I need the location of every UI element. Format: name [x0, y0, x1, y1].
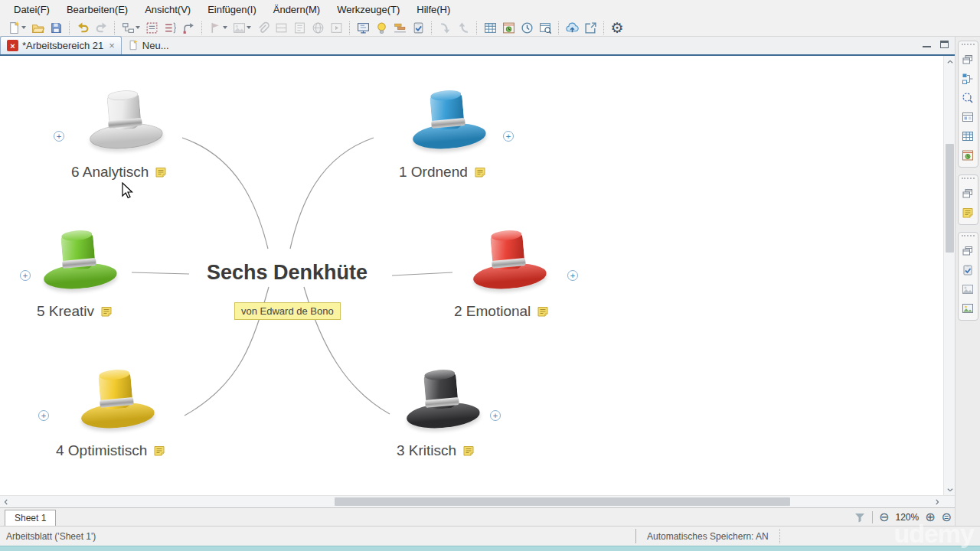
insert-topic-dropdown-icon[interactable]	[136, 26, 140, 29]
chart-view-icon[interactable]	[961, 148, 975, 162]
scroll-left-icon[interactable]	[0, 496, 12, 507]
topic-optimistisch[interactable]: 4 Optimistisch	[56, 442, 165, 459]
note-icon[interactable]	[462, 445, 475, 457]
tab-arbeitsbereich[interactable]: × *Arbeitsbereich 21 ×	[0, 36, 122, 54]
idea-bulb-button[interactable]	[372, 20, 390, 36]
hat-icon-kritisch[interactable]	[403, 367, 481, 431]
structure-diagram-icon[interactable]	[961, 72, 975, 86]
menu-aendern[interactable]: Ändern(M)	[266, 2, 328, 18]
expand-plus-icon[interactable]	[503, 131, 514, 142]
task-info-button[interactable]	[409, 20, 427, 36]
insert-topic-button[interactable]	[119, 20, 137, 36]
insert-outline-button[interactable]	[142, 20, 161, 36]
presentation-button[interactable]	[354, 20, 372, 36]
tab-label[interactable]: *Arbeitsbereich 21	[22, 40, 103, 51]
tab-label[interactable]: Neu...	[142, 40, 169, 51]
redo-button[interactable]	[92, 20, 110, 36]
sheet-tab[interactable]: Sheet 1	[5, 510, 56, 526]
scroll-down-icon[interactable]	[944, 484, 955, 495]
mindmap-canvas[interactable]: Sechs Denkhüte von Edward de Bono 6 Anal…	[0, 56, 955, 495]
split-layout-button[interactable]	[272, 20, 290, 36]
tab-neu[interactable]: Neu...	[122, 36, 175, 54]
note-icon[interactable]	[153, 445, 165, 457]
topic-analytisch[interactable]: 6 Analytisch	[71, 164, 167, 181]
relationship-button[interactable]	[179, 20, 198, 36]
attachment-button[interactable]	[253, 20, 272, 36]
table-view-icon[interactable]	[961, 129, 975, 143]
minimize-icon[interactable]	[923, 41, 931, 47]
tab-close-icon[interactable]: ×	[109, 40, 115, 51]
menu-ansicht[interactable]: Ansicht(V)	[137, 2, 198, 18]
topic-label[interactable]: 6 Analytisch	[71, 164, 149, 181]
hat-icon-ordnend[interactable]	[409, 87, 487, 152]
topic-ordnend[interactable]: 1 Ordnend	[399, 164, 486, 181]
panel-drag-handle[interactable]	[962, 178, 975, 181]
horizontal-scrollbar[interactable]	[0, 495, 955, 507]
scroll-up-icon[interactable]	[944, 56, 955, 67]
topic-kritisch[interactable]: 3 Kritisch	[397, 442, 475, 459]
gantt-chart-button[interactable]	[390, 20, 409, 36]
notes-view-icon[interactable]	[961, 206, 975, 220]
topic-label[interactable]: 5 Kreativ	[37, 303, 94, 320]
topic-label[interactable]: 2 Emotional	[454, 303, 531, 320]
new-document-dropdown-icon[interactable]	[21, 26, 26, 29]
zoom-out-button[interactable]: ⊖	[879, 511, 889, 523]
zoom-select-icon[interactable]	[961, 91, 975, 105]
open-folder-button[interactable]	[28, 20, 47, 36]
settings-gear-icon[interactable]: ⚙	[608, 20, 626, 36]
vertical-scrollbar[interactable]	[943, 56, 955, 495]
task-info-icon[interactable]	[961, 263, 975, 277]
insert-notes-button[interactable]	[290, 20, 309, 36]
expand-plus-icon[interactable]	[20, 270, 31, 281]
expand-plus-icon[interactable]	[54, 131, 64, 142]
vertical-scrollbar-thumb[interactable]	[946, 144, 954, 253]
note-icon[interactable]	[155, 166, 167, 178]
new-document-button[interactable]	[5, 20, 23, 36]
picture-view-icon[interactable]	[961, 302, 975, 315]
save-button[interactable]	[47, 20, 65, 36]
panel-drag-handle[interactable]	[962, 235, 975, 238]
topic-kreativ[interactable]: 5 Kreativ	[37, 303, 113, 320]
timer-button[interactable]	[518, 20, 536, 36]
menu-hilfe[interactable]: Hilfe(H)	[409, 2, 458, 18]
note-icon[interactable]	[100, 305, 113, 318]
expand-plus-icon[interactable]	[38, 410, 49, 421]
topic-label[interactable]: 3 Kritisch	[397, 442, 456, 459]
hat-icon-analytisch[interactable]	[86, 87, 164, 152]
hat-icon-optimistisch[interactable]	[77, 367, 155, 431]
numbered-list-button[interactable]	[161, 20, 179, 36]
menu-datei[interactable]: Datei(F)	[6, 2, 57, 18]
hyperlink-button[interactable]	[309, 20, 327, 36]
menu-einfuegen[interactable]: Einfügen(I)	[200, 2, 264, 18]
hat-icon-emotional[interactable]	[469, 227, 547, 292]
central-topic[interactable]: Sechs Denkhüte	[195, 261, 379, 285]
menu-bearbeiten[interactable]: Bearbeiten(E)	[59, 2, 136, 18]
menu-werkzeuge[interactable]: Werkzeuge(T)	[329, 2, 407, 18]
expand-plus-icon[interactable]	[490, 410, 501, 421]
note-icon[interactable]	[537, 305, 549, 318]
hat-icon-kreativ[interactable]	[40, 227, 118, 292]
insert-table-button[interactable]	[481, 20, 499, 36]
status-chart-button[interactable]	[499, 20, 518, 36]
cloud-upload-button[interactable]	[563, 20, 581, 36]
floating-note[interactable]: von Edward de Bono	[234, 302, 341, 320]
maximize-icon[interactable]	[940, 41, 949, 48]
note-icon[interactable]	[474, 166, 486, 178]
window-panels-icon[interactable]	[961, 187, 975, 201]
window-panels-icon[interactable]	[961, 53, 975, 67]
scroll-right-icon[interactable]	[931, 496, 943, 507]
flag-marker-button[interactable]	[206, 20, 224, 36]
window-panels-icon[interactable]	[961, 244, 975, 258]
style-gallery-icon[interactable]	[961, 110, 975, 124]
topic-emotional[interactable]: 2 Emotional	[454, 303, 549, 320]
drill-down-button[interactable]	[436, 20, 454, 36]
preview-window-button[interactable]	[536, 20, 554, 36]
horizontal-scrollbar-thumb[interactable]	[335, 497, 790, 506]
panel-drag-handle[interactable]	[962, 44, 975, 47]
drill-up-button[interactable]	[454, 20, 472, 36]
slideshow-button[interactable]	[327, 20, 345, 36]
expand-plus-icon[interactable]	[567, 270, 578, 281]
image-gallery-icon[interactable]	[961, 282, 975, 296]
undo-button[interactable]	[74, 20, 92, 36]
topic-label[interactable]: 4 Optimistisch	[56, 442, 147, 459]
